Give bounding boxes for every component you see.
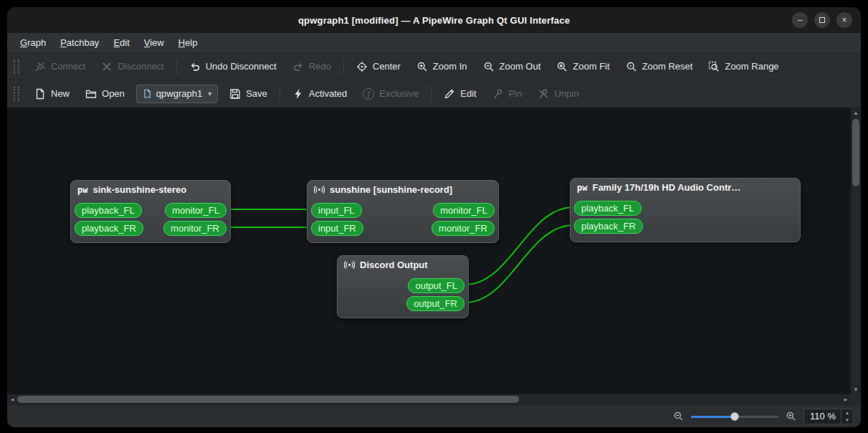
exclusive-button[interactable]: ƒ Exclusive [356, 83, 426, 105]
patchbay-file-icon [143, 89, 152, 98]
pin-button[interactable]: Pin [485, 83, 530, 105]
connect-icon [34, 61, 46, 72]
port-output_FL[interactable]: output_FL [408, 278, 464, 293]
zoom-slider-fill [691, 416, 735, 418]
edit-label: Edit [460, 88, 476, 99]
menu-view[interactable]: View [137, 33, 171, 52]
port-playback_FL[interactable]: playback_FL [574, 201, 642, 216]
horizontal-scrollbar-thumb[interactable] [17, 396, 519, 403]
spin-down-icon[interactable]: ▾ [841, 417, 853, 424]
port-monitor_FR[interactable]: monitor_FR [431, 221, 495, 236]
center-icon [356, 61, 368, 72]
pipewire-icon: pw [577, 183, 587, 193]
app-window: qpwgraph1 [modified] — A PipeWire Graph … [7, 7, 861, 427]
new-label: New [51, 88, 70, 99]
port-playback_FR[interactable]: playback_FR [574, 219, 643, 234]
zoom-fit-label: Zoom Fit [573, 61, 609, 72]
pipewire-icon: pw [77, 185, 87, 195]
zoom-range-button[interactable]: Zoom Range [701, 56, 786, 77]
title-bar[interactable]: qpwgraph1 [modified] — A PipeWire Graph … [7, 7, 861, 33]
maximize-icon [819, 17, 825, 23]
edit-pencil-icon [444, 88, 455, 100]
redo-icon [292, 61, 304, 72]
main-area: pw sink-sunshine-stereo playback_FL play… [7, 108, 861, 404]
port-input_FR[interactable]: input_FR [311, 221, 363, 236]
edit-button[interactable]: Edit [437, 83, 483, 105]
connections-layer [7, 108, 851, 394]
zoom-reset-label: Zoom Reset [642, 61, 693, 72]
activated-label: Activated [309, 88, 347, 99]
menu-graph[interactable]: Graph [13, 33, 53, 52]
scroll-up-icon[interactable]: ▴ [851, 108, 861, 118]
unpin-button[interactable]: Unpin [530, 83, 586, 105]
status-bar: 110 % ▴ ▾ [7, 404, 861, 427]
patchbay-select-value: qpwgraph1 [156, 88, 202, 99]
graph-canvas[interactable]: pw sink-sunshine-stereo playback_FL play… [7, 108, 851, 394]
new-button[interactable]: New [27, 83, 77, 105]
save-icon [229, 88, 241, 100]
port-input_FL[interactable]: input_FL [311, 203, 362, 218]
menu-edit[interactable]: Edit [106, 33, 136, 52]
disconnect-button[interactable]: Disconnect [94, 56, 171, 77]
node-title: sunshine [sunshine-record] [330, 184, 452, 195]
new-file-icon [34, 88, 46, 100]
node-sink-sunshine-stereo[interactable]: pw sink-sunshine-stereo playback_FL play… [70, 180, 231, 243]
close-icon: × [841, 16, 846, 24]
port-playback_FL[interactable]: playback_FL [75, 203, 142, 218]
activated-icon [292, 88, 304, 100]
zoom-spin-arrows: ▴ ▾ [841, 409, 853, 424]
zoom-spinbox[interactable]: 110 % ▴ ▾ [803, 409, 854, 424]
vertical-scrollbar[interactable]: ▴ ▾ [851, 108, 861, 394]
zoom-slider[interactable] [691, 411, 778, 422]
close-button[interactable]: × [836, 12, 852, 28]
window-controls: – × [792, 12, 852, 28]
zoom-in-button[interactable]: Zoom In [409, 56, 474, 77]
toolbar-separator [343, 59, 344, 75]
menu-patchbay[interactable]: Patchbay [53, 33, 106, 52]
spin-up-icon[interactable]: ▴ [841, 409, 853, 417]
patchbay-toolbar: New Open qpwgraph1 ▾ Save Act [7, 80, 861, 108]
exclusive-icon: ƒ [363, 88, 374, 100]
save-button[interactable]: Save [222, 83, 275, 105]
zoom-fit-button[interactable]: Zoom Fit [549, 56, 616, 77]
toolbar-grip[interactable] [14, 60, 19, 74]
maximize-button[interactable] [814, 12, 830, 28]
horizontal-scrollbar[interactable]: ◂ ▸ [7, 394, 851, 404]
scroll-right-icon[interactable]: ▸ [841, 394, 851, 404]
unpin-label: Unpin [554, 88, 578, 99]
graph-toolbar: Connect Disconnect Undo Disconnect Redo [7, 53, 861, 80]
zoom-reset-button[interactable]: Zoom Reset [619, 56, 700, 77]
zoom-in-icon [416, 61, 428, 72]
port-playback_FR[interactable]: playback_FR [75, 221, 143, 236]
activated-button[interactable]: Activated [285, 83, 354, 105]
zoom-value: 110 % [810, 411, 836, 422]
zoom-slider-handle[interactable] [730, 412, 739, 421]
connect-button[interactable]: Connect [27, 56, 92, 77]
connect-label: Connect [51, 61, 85, 72]
center-label: Center [373, 61, 401, 72]
patchbay-select[interactable]: qpwgraph1 ▾ [136, 85, 218, 103]
port-output_FR[interactable]: output_FR [406, 296, 464, 311]
toolbar-grip[interactable] [14, 87, 19, 101]
minimize-icon: – [798, 16, 803, 24]
center-button[interactable]: Center [349, 56, 408, 77]
scroll-down-icon[interactable]: ▾ [851, 384, 861, 394]
port-monitor_FL[interactable]: monitor_FL [433, 203, 495, 218]
scroll-left-icon[interactable]: ◂ [7, 394, 17, 404]
zoom-out-button[interactable]: Zoom Out [476, 56, 548, 77]
minimize-button[interactable]: – [792, 12, 808, 28]
zoom-in-mini-icon [786, 411, 796, 422]
menu-help[interactable]: Help [171, 33, 205, 52]
port-monitor_FR[interactable]: monitor_FR [163, 221, 226, 236]
undo-icon [189, 61, 201, 72]
zoom-range-icon [708, 61, 720, 72]
node-family-hd-audio[interactable]: pw Family 17h/19h HD Audio Contr… playba… [570, 178, 801, 242]
port-monitor_FL[interactable]: monitor_FL [165, 203, 226, 218]
undo-button[interactable]: Undo Disconnect [182, 56, 284, 77]
node-discord-output[interactable]: Discord Output output_FL output_FR [337, 255, 469, 318]
zoom-range-label: Zoom Range [725, 61, 778, 72]
open-button[interactable]: Open [78, 83, 132, 105]
redo-button[interactable]: Redo [285, 56, 338, 77]
node-sunshine-record[interactable]: sunshine [sunshine-record] input_FL inpu… [307, 180, 499, 243]
vertical-scrollbar-thumb[interactable] [852, 119, 859, 186]
